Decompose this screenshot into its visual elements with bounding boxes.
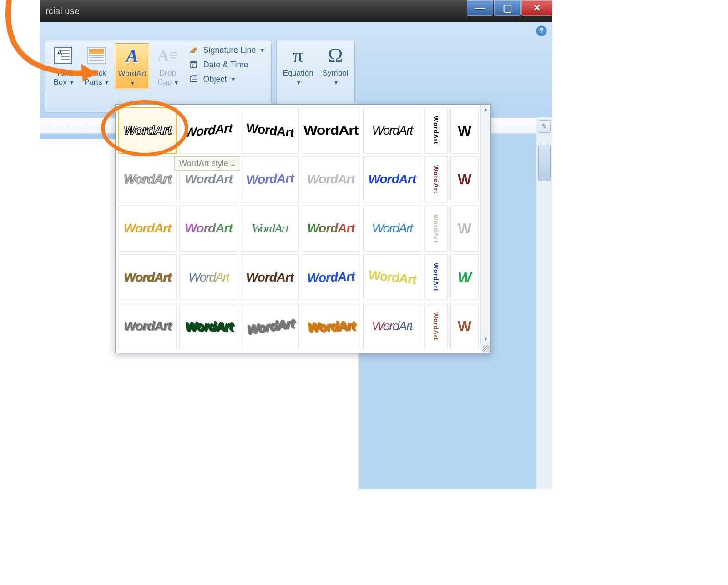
wordart-style-1-2[interactable]: WordArt	[179, 107, 238, 154]
quick-parts-label: Quick Parts ▾	[84, 69, 108, 86]
svg-rect-4	[192, 76, 197, 80]
equation-icon: π	[288, 45, 308, 66]
drop-cap-icon: A≡	[157, 45, 178, 66]
ribbon-text-extras: Signature Line ▾ 5 Date & Time Object	[186, 43, 267, 86]
chevron-down-icon: ▾	[297, 79, 300, 86]
signature-line-button[interactable]: Signature Line ▾	[189, 45, 263, 55]
drop-cap-label: Drop Cap ▾	[157, 69, 178, 86]
wordart-style-5-vertical[interactable]: WordArt	[424, 303, 448, 349]
window-titlebar: rcial use — ▢ ✕	[40, 0, 552, 22]
wordart-style-5-1[interactable]: WordArt	[118, 303, 177, 349]
quick-parts-icon	[86, 45, 107, 66]
minimize-button[interactable]: —	[467, 0, 493, 16]
chevron-down-icon: ▾	[105, 79, 108, 86]
wordart-style-1-vertical[interactable]: WordArt	[424, 107, 448, 154]
wordart-style-5-4[interactable]: WordArt	[302, 303, 360, 349]
maximize-icon: ▢	[503, 2, 512, 14]
chevron-down-icon: ▾	[232, 76, 235, 83]
wordart-style-4-2[interactable]: WordArt	[179, 254, 238, 301]
wordart-style-2-thumb[interactable]: W	[450, 156, 479, 203]
wordart-style-1-5[interactable]: WordArt	[363, 107, 421, 154]
wordart-style-1-thumb[interactable]: W	[450, 107, 479, 154]
wordart-style-3-4[interactable]: WordArt	[302, 205, 360, 252]
wordart-style-1-3[interactable]: WordArt	[241, 107, 299, 154]
text-box-button[interactable]: Text Box ▾	[49, 43, 78, 88]
object-label: Object	[203, 75, 227, 84]
wordart-style-3-1[interactable]: WordArt	[118, 205, 177, 252]
wordart-button[interactable]: A WordArt▾	[115, 43, 149, 89]
minimize-icon: —	[475, 2, 485, 14]
chevron-down-icon: ▾	[131, 79, 134, 86]
ribbon-group-text: Text Box ▾ Quick Parts ▾ A WordArt▾ A≡ D…	[45, 40, 272, 113]
wordart-style-5-thumb[interactable]: W	[450, 303, 479, 349]
object-icon	[189, 74, 199, 84]
wordart-style-3-5[interactable]: WordArt	[363, 205, 421, 252]
wordart-style-3-thumb[interactable]: W	[450, 205, 479, 252]
wordart-style-3-3[interactable]: WordArt	[241, 205, 299, 252]
close-icon: ✕	[533, 2, 541, 14]
wordart-style-2-1[interactable]: WordArt	[118, 156, 177, 203]
date-time-button[interactable]: 5 Date & Time	[189, 60, 263, 70]
scrollbar-thumb[interactable]	[538, 145, 551, 181]
symbol-label: Symbol▾	[323, 69, 349, 86]
wordart-style-2-vertical[interactable]: WordArt	[424, 156, 448, 203]
equation-button[interactable]: π Equation▾	[280, 43, 316, 88]
scroll-up-icon[interactable]: ▲	[481, 105, 490, 115]
signature-line-icon	[189, 45, 199, 55]
wordart-style-1-4[interactable]: WordArt	[302, 107, 360, 154]
wordart-style-3-vertical[interactable]: WordArt	[424, 205, 448, 252]
drop-cap-button[interactable]: A≡ Drop Cap ▾	[153, 43, 182, 88]
maximize-button[interactable]: ▢	[494, 0, 521, 16]
chevron-down-icon: ▾	[70, 79, 73, 86]
scroll-down-icon[interactable]: ▼	[481, 334, 490, 344]
chevron-down-icon: ▾	[175, 79, 178, 86]
text-box-label: Text Box ▾	[53, 69, 73, 86]
date-time-label: Date & Time	[203, 60, 248, 70]
ribbon: ? Text Box ▾ Quick Parts ▾ A WordArt▾ A≡…	[40, 22, 552, 117]
close-button[interactable]: ✕	[521, 0, 552, 16]
wordart-style-4-vertical[interactable]: WordArt	[424, 254, 448, 301]
window-controls: — ▢ ✕	[466, 0, 552, 22]
wordart-icon: A	[121, 45, 142, 66]
wordart-gallery: WordArtWordArtWordArtWordArtWordArtWordA…	[115, 104, 491, 353]
object-button[interactable]: Object ▾	[189, 74, 263, 84]
window-title: rcial use	[40, 6, 79, 16]
wordart-style-1-1[interactable]: WordArt	[118, 107, 177, 154]
wordart-style-5-3[interactable]: WordArt	[241, 303, 299, 349]
svg-text:5: 5	[192, 64, 194, 68]
wordart-style-2-3[interactable]: WordArt	[241, 156, 299, 203]
vertical-scrollbar[interactable]	[536, 117, 552, 489]
text-box-icon	[53, 45, 74, 66]
wordart-style-4-5[interactable]: WordArt	[363, 254, 421, 301]
wordart-style-2-5[interactable]: WordArt	[363, 156, 421, 203]
wordart-style-5-5[interactable]: WordArt	[363, 303, 421, 349]
ribbon-group-symbols: π Equation▾ Ω Symbol▾	[276, 40, 355, 113]
chevron-down-icon: ▾	[334, 79, 338, 86]
symbol-button[interactable]: Ω Symbol▾	[320, 43, 351, 88]
help-button[interactable]: ?	[536, 25, 547, 36]
chevron-down-icon: ▾	[261, 46, 264, 54]
ruler-toggle-button[interactable]: ✎	[538, 120, 551, 133]
wordart-style-3-2[interactable]: WordArt	[179, 205, 238, 252]
quick-parts-button[interactable]: Quick Parts ▾	[81, 43, 111, 88]
wordart-style-4-thumb[interactable]: W	[450, 254, 479, 301]
wordart-style-4-3[interactable]: WordArt	[241, 254, 299, 301]
gallery-resize-handle[interactable]	[482, 345, 490, 352]
signature-line-label: Signature Line	[203, 45, 256, 55]
wordart-style-tooltip: WordArt style 1	[174, 156, 240, 171]
wordart-style-4-1[interactable]: WordArt	[118, 254, 177, 301]
wordart-style-5-2[interactable]: WordArt	[179, 303, 238, 349]
date-time-icon: 5	[189, 60, 199, 70]
wordart-style-2-4[interactable]: WordArt	[302, 156, 360, 203]
symbol-icon: Ω	[325, 45, 346, 66]
gallery-scrollbar[interactable]: ▲ ▼	[480, 105, 490, 344]
wordart-label: WordArt▾	[118, 69, 146, 87]
equation-label: Equation▾	[283, 69, 313, 86]
wordart-style-4-4[interactable]: WordArt	[302, 254, 360, 301]
